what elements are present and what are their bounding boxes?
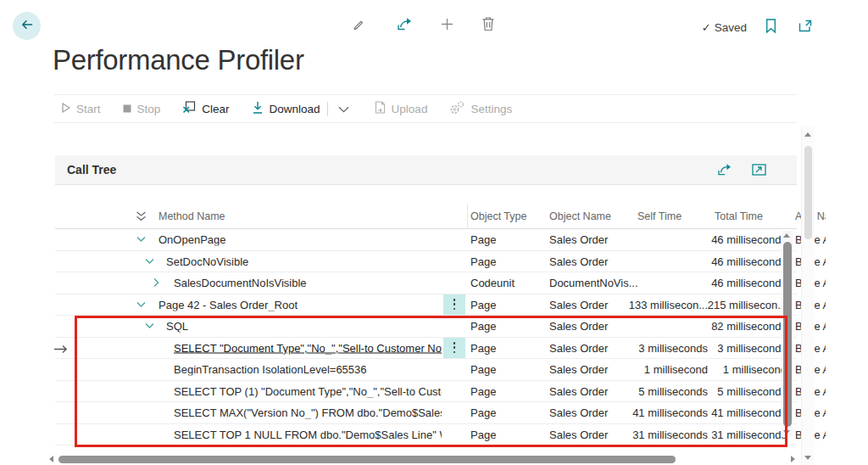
gear-icon: [449, 101, 465, 117]
action-bar: Start Stop Clear Download Upload Sett: [53, 94, 797, 123]
column-total-time[interactable]: Total Time: [715, 210, 763, 222]
record-toolbar: [343, 10, 498, 40]
table-row[interactable]: SELECT MAX("Version No_") FROM dbo."Demo…: [55, 402, 797, 424]
table-row[interactable]: BeginTransaction IsolationLevel=65536 Pa…: [55, 359, 797, 381]
call-tree-header: Call Tree: [55, 155, 797, 185]
call-tree-share-button[interactable]: [714, 160, 736, 182]
open-in-new-window-icon: [798, 20, 812, 35]
pencil-icon: [352, 18, 364, 33]
edit-button[interactable]: [343, 10, 373, 40]
table-vertical-scrollbar[interactable]: [782, 231, 793, 437]
table-row[interactable]: SELECT TOP (1) "Document Type","No_","Se…: [55, 381, 797, 403]
expand-diagonal-icon: [752, 163, 766, 178]
table-row[interactable]: SetDocNoVisible Page Sales Order 46 mill…: [55, 251, 797, 273]
scrollbar-thumb[interactable]: [783, 242, 792, 427]
current-row-icon: [53, 342, 68, 357]
save-status: ✓ Saved: [702, 21, 747, 34]
plus-icon: [440, 17, 454, 34]
chevron-right-icon[interactable]: [153, 278, 159, 288]
collapse-all-icon[interactable]: [135, 210, 147, 221]
table-row[interactable]: SalesDocumentNoIsVisible Codeunit Docume…: [55, 272, 797, 294]
trash-icon: [481, 16, 495, 34]
new-button[interactable]: [437, 14, 458, 37]
share-icon: [717, 163, 732, 178]
settings-button[interactable]: Settings: [449, 101, 512, 117]
back-button[interactable]: [13, 12, 41, 40]
play-icon: [62, 103, 70, 115]
table-row[interactable]: SELECT TOP 1 NULL FROM dbo."Demo$Sales L…: [55, 424, 797, 446]
table-row[interactable]: Page 42 - Sales Order_Root Page Sales Or…: [55, 294, 797, 317]
download-dropdown-button[interactable]: [335, 99, 353, 119]
saved-check-icon: ✓: [702, 21, 711, 34]
table-row-selected[interactable]: SELECT "Document Type","No_","Sell-to Cu…: [55, 338, 797, 360]
upload-button[interactable]: Upload: [375, 101, 428, 116]
download-icon: [252, 101, 264, 117]
scroll-down-icon[interactable]: [804, 456, 811, 460]
share-button[interactable]: [393, 14, 416, 36]
saved-label: Saved: [715, 21, 747, 34]
column-object-name[interactable]: Object Name: [549, 210, 632, 222]
page-title: Performance Profiler: [53, 44, 304, 76]
chevron-down-icon[interactable]: [136, 237, 146, 243]
upload-icon: [375, 101, 386, 116]
table-header: Method Name Object Type Object Name Self…: [55, 204, 797, 229]
column-method-name[interactable]: Method Name: [159, 210, 225, 222]
chevron-down-icon[interactable]: [145, 323, 154, 329]
chevron-down-icon: [338, 103, 349, 115]
popout-button[interactable]: [795, 16, 815, 38]
divider: [327, 102, 328, 116]
call-tree-card: Call Tree Method Name: [55, 155, 797, 451]
table-row[interactable]: SQL Page Sales Order 82 milliseconds Bas…: [55, 316, 797, 338]
back-arrow-icon: [20, 18, 34, 34]
clear-button[interactable]: Clear: [182, 101, 229, 116]
start-button[interactable]: Start: [62, 103, 101, 115]
scrollbar-thumb[interactable]: [804, 146, 812, 239]
scroll-up-icon[interactable]: [804, 132, 811, 137]
page-vertical-scrollbar[interactable]: [801, 126, 815, 465]
scroll-up-icon[interactable]: [783, 233, 790, 238]
call-tree-expand-button[interactable]: [748, 160, 770, 182]
bookmark-icon: [765, 19, 776, 36]
scroll-left-icon[interactable]: [49, 456, 53, 462]
stop-button[interactable]: Stop: [123, 103, 161, 115]
scroll-down-icon[interactable]: [783, 430, 790, 434]
call-tree-title: Call Tree: [55, 163, 116, 176]
stop-icon: [123, 103, 131, 115]
download-button[interactable]: Download: [252, 101, 320, 117]
delete-button[interactable]: [478, 13, 498, 37]
scroll-right-icon[interactable]: [791, 456, 795, 462]
table-row[interactable]: OnOpenPage Page Sales Order 46 milliseco…: [55, 229, 797, 251]
horizontal-scrollbar[interactable]: [49, 454, 795, 464]
chevron-down-icon[interactable]: [136, 301, 146, 307]
status-toolbar: ✓ Saved: [702, 15, 815, 39]
performance-profiler-page: ✓ Saved Performance Profiler Start Stop …: [0, 0, 868, 465]
bookmark-button[interactable]: [762, 15, 780, 39]
share-icon: [397, 17, 413, 33]
scrollbar-thumb[interactable]: [58, 456, 676, 463]
chevron-down-icon[interactable]: [145, 258, 154, 264]
column-object-type[interactable]: Object Type: [470, 210, 545, 222]
column-self-time[interactable]: Self Time: [637, 210, 682, 222]
clear-icon: [182, 101, 196, 116]
